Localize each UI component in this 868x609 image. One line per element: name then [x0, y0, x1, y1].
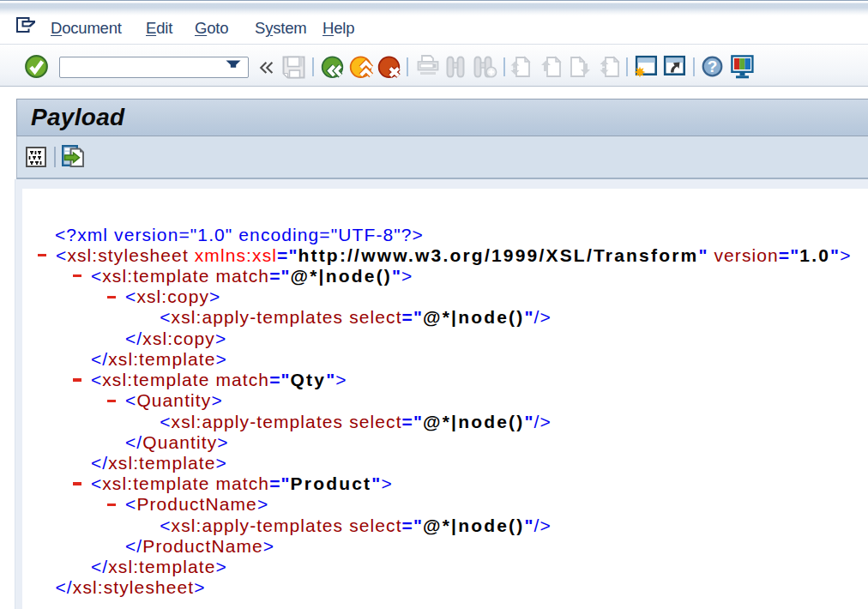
svg-text:?: ?: [708, 57, 718, 75]
